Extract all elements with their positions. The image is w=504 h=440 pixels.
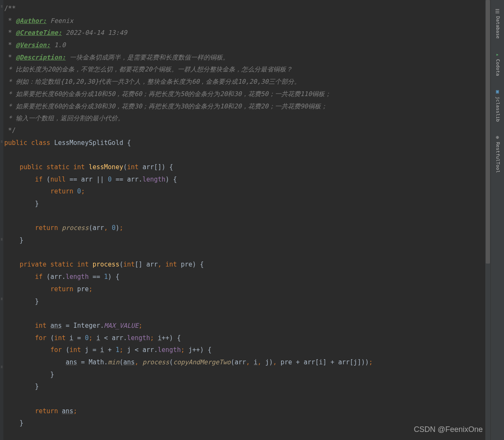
var-i: i xyxy=(100,346,104,354)
var-arr: arr xyxy=(127,176,139,183)
var-j: j xyxy=(85,346,89,354)
var-i: i xyxy=(96,334,100,342)
keyword-private: private xyxy=(20,261,46,268)
class-integer: Integer xyxy=(74,322,100,329)
createtime-value: 2022-04-14 13:49 xyxy=(62,29,127,37)
var-ans: ans xyxy=(66,358,77,366)
type-int: int xyxy=(77,261,89,268)
var-j: j xyxy=(189,346,193,354)
var-i: i xyxy=(158,334,161,342)
var-pre: pre xyxy=(280,358,292,366)
fold-marker[interactable] xyxy=(1,5,3,8)
var-arr: arr xyxy=(93,224,104,232)
var-i: i xyxy=(254,358,258,366)
restfultool-icon: ⊕ xyxy=(495,134,501,140)
jclasslib-tool[interactable]: ▣ jclasslib xyxy=(493,89,502,122)
var-i: i xyxy=(70,334,74,342)
fold-marker[interactable] xyxy=(1,140,3,143)
param-arr: arr xyxy=(146,261,158,268)
number: 1 xyxy=(104,273,108,281)
param-pre: pre xyxy=(181,261,192,268)
scrollbar-thumb[interactable] xyxy=(486,0,490,264)
database-tool[interactable]: ☰ Database xyxy=(493,9,502,39)
field-length: length xyxy=(66,273,89,281)
method-process-call: process xyxy=(62,224,88,232)
method-min: min xyxy=(108,358,119,366)
code-editor[interactable]: /** * @Author: Feenix * @CreateTime: 202… xyxy=(3,0,490,440)
number: 0 xyxy=(77,187,81,195)
keyword-if: if xyxy=(35,273,42,281)
type-int: int xyxy=(70,346,81,354)
keyword-return: return xyxy=(50,187,73,195)
type-int: int xyxy=(74,163,85,171)
watermark: CSDN @FeenixOne xyxy=(414,422,483,437)
doc-line: * 输入一个数组，返回分割的最小代价。 xyxy=(4,114,124,122)
method-lessmoney: lessMoney xyxy=(89,163,123,171)
keyword-return: return xyxy=(35,224,58,232)
description-tag: @Description: xyxy=(16,54,65,61)
const-maxvalue: MAX_VALUE xyxy=(104,322,139,329)
keyword-return: return xyxy=(50,285,73,293)
keyword-if: if xyxy=(35,176,42,183)
var-i: i xyxy=(319,358,323,366)
codota-icon: ▸ xyxy=(495,51,501,57)
field-length: length xyxy=(158,346,181,354)
restfultool-tool[interactable]: ⊕ RestfulTool xyxy=(493,134,502,173)
method-process: process xyxy=(93,261,119,268)
class-name: LessMoneySplitGold xyxy=(54,139,123,147)
class-math: Math xyxy=(89,358,104,366)
doc-line: * 例如：给定数组{10,20,30}代表一共3个人，整块金条长度为60，金条要… xyxy=(4,78,300,85)
doc-line: * 比如长度为20的金条，不管怎么切，都要花费20个铜板。一群人想分整块金条，怎… xyxy=(4,65,292,73)
var-ans: ans xyxy=(123,358,135,366)
var-arr: arr xyxy=(81,176,93,183)
type-int: int xyxy=(54,334,65,342)
author-value: Feenix xyxy=(46,17,73,25)
keyword-public: public xyxy=(4,139,27,147)
doc-close: */ xyxy=(4,127,16,134)
method-process-call: process xyxy=(142,358,169,366)
var-arr: arr xyxy=(142,346,154,354)
keyword-return: return xyxy=(35,407,58,415)
type-int: int xyxy=(127,163,139,171)
doc-line: * 如果要把长度60的金条分成10和50，花费60；再把长度为50的金条分为20… xyxy=(4,90,331,98)
jclasslib-label: jclasslib xyxy=(493,97,502,122)
number: 1 xyxy=(116,346,119,354)
keyword-class: class xyxy=(31,139,50,147)
database-icon: ☰ xyxy=(495,9,501,14)
database-label: Database xyxy=(493,16,502,39)
type-int: int xyxy=(165,261,177,268)
codota-label: Codota xyxy=(493,59,502,76)
author-tag: @Author: xyxy=(16,17,46,25)
createtime-tag: @CreateTime: xyxy=(16,29,62,37)
var-j: j xyxy=(265,358,269,366)
keyword-for: for xyxy=(50,346,62,354)
var-pre: pre xyxy=(77,285,89,293)
doc-open: /** xyxy=(4,5,16,12)
number: 0 xyxy=(85,334,89,342)
param-arr: arr xyxy=(142,163,154,171)
var-ans: ans xyxy=(62,407,73,415)
gutter xyxy=(0,0,3,440)
fold-marker[interactable] xyxy=(1,298,3,300)
restfultool-label: RestfulTool xyxy=(493,142,502,173)
method-copyandmergetwo: copyAndMergeTwo xyxy=(173,358,230,366)
fold-marker[interactable] xyxy=(1,238,3,241)
keyword-null: null xyxy=(50,176,65,183)
keyword-for: for xyxy=(35,334,46,342)
codota-tool[interactable]: ▸ Codota xyxy=(493,51,502,76)
number: 0 xyxy=(108,176,112,183)
type-int: int xyxy=(35,322,46,329)
doc-line: * 如果要把长度60的金条分成30和30，花费30；再把长度为30的金条分为10… xyxy=(4,102,327,110)
var-ans: ans xyxy=(50,322,62,329)
scrollbar[interactable] xyxy=(485,0,490,440)
var-arr: arr xyxy=(303,358,315,366)
editor-container: /** * @Author: Feenix * @CreateTime: 202… xyxy=(0,0,504,440)
jclasslib-icon: ▣ xyxy=(495,89,501,95)
number: 0 xyxy=(112,224,116,232)
field-length: length xyxy=(142,176,165,183)
fold-marker[interactable] xyxy=(1,366,3,368)
type-int: int xyxy=(123,261,135,268)
description-value: 一块金条切成两半，是需要花费和长度数值一样的铜板。 xyxy=(66,54,229,61)
field-length: length xyxy=(127,334,150,342)
keyword-static: static xyxy=(50,261,73,268)
